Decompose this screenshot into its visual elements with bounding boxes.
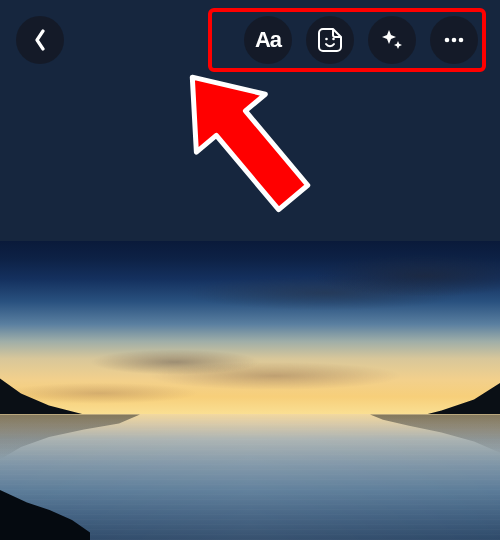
- story-photo[interactable]: [0, 241, 500, 540]
- svg-point-0: [325, 38, 328, 41]
- svg-point-3: [452, 38, 457, 43]
- svg-point-2: [445, 38, 450, 43]
- sticker-icon: [317, 27, 343, 53]
- chevron-left-icon: [33, 29, 47, 51]
- text-tool-button[interactable]: Aa: [244, 16, 292, 64]
- svg-point-4: [459, 38, 464, 43]
- editor-tool-group: Aa: [238, 12, 484, 68]
- top-toolbar: Aa: [0, 0, 500, 80]
- effects-tool-button[interactable]: [368, 16, 416, 64]
- back-button[interactable]: [16, 16, 64, 64]
- ellipsis-icon: [441, 27, 467, 53]
- photo-water: [0, 414, 500, 540]
- svg-point-1: [332, 38, 335, 41]
- text-tool-label: Aa: [255, 27, 281, 53]
- sparkle-icon: [379, 27, 405, 53]
- photo-clouds: [0, 241, 500, 414]
- more-tool-button[interactable]: [430, 16, 478, 64]
- sticker-tool-button[interactable]: [306, 16, 354, 64]
